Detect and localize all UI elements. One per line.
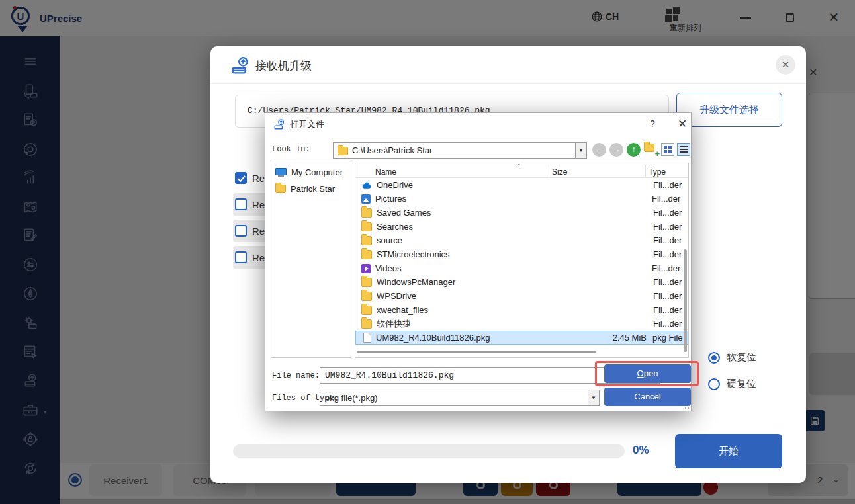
file-dialog-close-icon[interactable]: ✕: [677, 117, 688, 131]
select-upgrade-file-button[interactable]: 升级文件选择: [676, 93, 782, 127]
combo-dropdown-icon[interactable]: ▼: [575, 143, 586, 158]
file-row-selected[interactable]: UM982_R4.10Build11826.pkg2.45 MiBpkg Fil…: [355, 331, 688, 345]
file-row[interactable]: VideosFil...der: [355, 261, 688, 275]
folder-icon: [338, 147, 348, 155]
new-folder-button[interactable]: +: [644, 144, 658, 157]
file-row[interactable]: OneDriveFil...der: [355, 178, 688, 192]
resize-grip[interactable]: [684, 403, 689, 409]
file-row[interactable]: WPSDriveFil...der: [355, 289, 688, 303]
look-in-combobox[interactable]: C:\Users\Patrick Star ▼: [333, 142, 587, 159]
column-size[interactable]: Size: [552, 167, 567, 177]
file-list: Name ⌃ Size Type OneDriveFil...der Pictu…: [355, 163, 689, 358]
cancel-button[interactable]: Cancel: [604, 388, 691, 406]
checkbox-icon[interactable]: [235, 225, 247, 237]
folder-icon: [361, 222, 372, 231]
combo-dropdown-icon[interactable]: ▼: [588, 390, 599, 405]
file-dialog-titlebar[interactable]: 打开文件 ? ✕: [265, 113, 691, 136]
open-annotation-box: [595, 361, 699, 386]
folder-icon: [361, 319, 372, 329]
up-directory-button[interactable]: ↑: [627, 143, 641, 157]
look-in-label: Look in:: [272, 145, 310, 154]
place-user-folder[interactable]: Patrick Star: [271, 180, 351, 196]
checkbox-checked-icon[interactable]: [235, 172, 247, 184]
hard-reset-option[interactable]: 硬复位: [708, 378, 756, 390]
pictures-icon: [361, 194, 371, 204]
onedrive-icon: [361, 181, 372, 190]
file-row[interactable]: WindowsPcManagerFil...der: [355, 275, 688, 289]
column-divider[interactable]: [549, 165, 549, 177]
help-button[interactable]: ?: [648, 118, 657, 129]
column-divider[interactable]: [645, 165, 646, 177]
radio-selected-icon[interactable]: [708, 352, 720, 364]
file-dialog-title: 打开文件: [273, 118, 324, 130]
checkbox-icon[interactable]: [235, 198, 247, 210]
file-row[interactable]: STMicroelectronicsFil...der: [355, 247, 688, 261]
sort-ascending-icon: ⌃: [516, 163, 521, 170]
file-row[interactable]: sourceFil...der: [355, 233, 688, 247]
files-of-type-value: pkg file(*.pkg): [325, 393, 377, 403]
folder-icon: [361, 278, 372, 287]
dialog-title: 接收机升级: [230, 56, 312, 75]
column-name[interactable]: Name: [375, 167, 396, 177]
column-type[interactable]: Type: [649, 167, 666, 177]
vertical-scrollbar[interactable]: [684, 249, 687, 352]
look-in-value: C:\Users\Patrick Star: [352, 146, 432, 155]
videos-icon: [361, 264, 371, 273]
grid-view-button[interactable]: [661, 143, 674, 156]
place-my-computer[interactable]: My Computer: [271, 163, 351, 180]
file-row[interactable]: xwechat_filesFil...der: [355, 303, 688, 317]
checkbox-icon[interactable]: [235, 251, 247, 263]
uprecise-window: U UPrecise CH 重新排列 ✕ ▾ ✕: [0, 0, 855, 504]
start-upgrade-button[interactable]: 开始: [675, 434, 782, 468]
file-row[interactable]: SearchesFil...der: [355, 220, 688, 233]
folder-icon: [361, 208, 372, 218]
folder-icon: [361, 236, 372, 245]
upgrade-icon: [230, 56, 250, 75]
file-list-header[interactable]: Name ⌃ Size Type: [355, 163, 688, 178]
upgrade-icon: [273, 118, 285, 130]
progress-percent: 0%: [633, 444, 649, 457]
soft-reset-option[interactable]: 软复位: [708, 351, 756, 364]
folder-icon: [361, 250, 372, 259]
file-row[interactable]: 软件快捷Fil...der: [355, 317, 688, 331]
dialog-close-icon[interactable]: ✕: [776, 55, 795, 75]
file-icon: [363, 333, 371, 343]
file-name-label: File name:: [272, 371, 320, 380]
list-view-button[interactable]: [677, 143, 690, 156]
folder-icon: [275, 185, 286, 193]
forward-button[interactable]: →: [609, 143, 623, 157]
places-panel: My Computer Patrick Star: [271, 163, 351, 358]
divider: [210, 83, 806, 84]
upgrade-progress-bar: [233, 444, 625, 458]
file-row[interactable]: Saved GamesFil...der: [355, 206, 688, 220]
computer-icon: [275, 168, 287, 177]
back-button[interactable]: ←: [592, 143, 606, 157]
folder-icon: [361, 306, 372, 315]
horizontal-scrollbar[interactable]: [357, 351, 596, 353]
files-of-type-combobox[interactable]: pkg file(*.pkg) ▼: [320, 390, 600, 406]
new-folder-icon: [644, 144, 654, 152]
radio-icon[interactable]: [708, 378, 720, 390]
file-row[interactable]: PicturesFil...der: [355, 192, 688, 206]
folder-icon: [361, 292, 372, 301]
